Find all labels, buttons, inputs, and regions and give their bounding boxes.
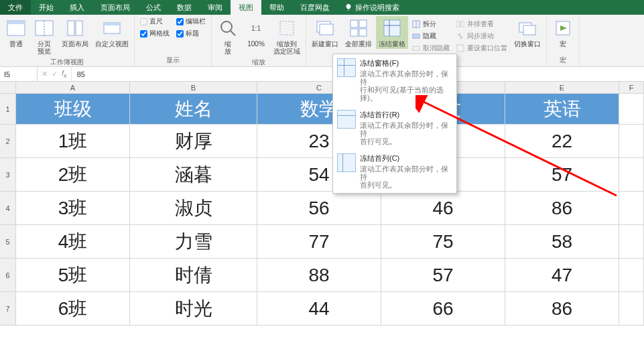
- cell[interactable]: 3班: [16, 192, 130, 224]
- header-cell[interactable]: 英语: [505, 94, 619, 124]
- lightbulb-icon: [344, 3, 352, 11]
- cell[interactable]: 4班: [16, 225, 130, 258]
- tab-view[interactable]: 视图: [231, 0, 261, 15]
- cell[interactable]: 力雪: [130, 225, 257, 258]
- cell[interactable]: 57: [381, 259, 505, 291]
- cell[interactable]: [619, 259, 644, 291]
- normal-view-button[interactable]: 普通: [3, 16, 29, 49]
- name-box[interactable]: I5: [0, 67, 38, 81]
- split-button[interactable]: 拆分: [409, 19, 452, 29]
- cell[interactable]: 77: [257, 225, 381, 258]
- tab-baidu[interactable]: 百度网盘: [292, 0, 338, 15]
- select-all-corner[interactable]: [0, 82, 16, 93]
- freeze-first-col-item[interactable]: 冻结首列(C) 滚动工作表其余部分时，保持 首列可见。: [333, 149, 456, 193]
- side-by-side-button: 并排查看: [454, 19, 510, 29]
- custom-views-button[interactable]: 自定义视图: [92, 16, 131, 49]
- cell[interactable]: [619, 94, 644, 124]
- cell[interactable]: 86: [505, 292, 619, 325]
- cell[interactable]: 75: [381, 225, 505, 258]
- cell[interactable]: 57: [505, 158, 619, 191]
- cell[interactable]: 46: [381, 192, 505, 224]
- row-header[interactable]: 2: [0, 125, 16, 157]
- row-header[interactable]: 7: [0, 292, 16, 325]
- cell[interactable]: [619, 125, 644, 157]
- cell[interactable]: 22: [505, 125, 619, 157]
- freeze-top-row-item[interactable]: 冻结首行(R) 滚动工作表其余部分时，保持 首行可见。: [333, 106, 456, 149]
- freeze-top-row-desc: 滚动工作表其余部分时，保持 首行可见。: [360, 121, 452, 145]
- svg-rect-15: [359, 20, 367, 27]
- ruler-checkbox[interactable]: 直尺: [137, 16, 172, 27]
- syncscroll-icon: [456, 32, 464, 40]
- cell[interactable]: 6班: [16, 292, 130, 325]
- tab-formula[interactable]: 公式: [138, 0, 169, 15]
- freeze-panes-button[interactable]: 冻结窗格: [376, 16, 408, 49]
- confirm-icon[interactable]: ✓: [52, 70, 58, 78]
- col-header-B[interactable]: B: [130, 82, 257, 93]
- formula-input[interactable]: 85: [72, 70, 85, 78]
- zoom-button[interactable]: 缩 放: [214, 16, 241, 56]
- zoom-100-label: 100%: [247, 40, 265, 48]
- cell[interactable]: 66: [381, 292, 505, 325]
- new-window-label: 新建窗口: [312, 40, 338, 48]
- cell[interactable]: 时倩: [130, 259, 257, 291]
- cell[interactable]: 47: [505, 259, 619, 291]
- row-header[interactable]: 4: [0, 192, 16, 224]
- cell[interactable]: 涵暮: [130, 158, 257, 191]
- unhide-label: 取消隐藏: [423, 44, 450, 53]
- hide-icon: [412, 32, 420, 40]
- tab-file[interactable]: 文件: [0, 0, 31, 15]
- tell-me-search[interactable]: 操作说明搜索: [344, 3, 399, 13]
- cell[interactable]: 44: [257, 292, 381, 325]
- row-header[interactable]: 6: [0, 259, 16, 291]
- header-cell[interactable]: 姓名: [130, 94, 257, 124]
- custom-views-icon: [101, 17, 123, 39]
- row-header[interactable]: 5: [0, 225, 16, 258]
- cell[interactable]: [619, 192, 644, 224]
- tab-data[interactable]: 数据: [169, 0, 200, 15]
- cell[interactable]: 5班: [16, 259, 130, 291]
- row-header[interactable]: 3: [0, 158, 16, 191]
- tab-page-layout[interactable]: 页面布局: [92, 0, 138, 15]
- tab-review[interactable]: 审阅: [200, 0, 231, 15]
- col-header-A[interactable]: A: [16, 82, 130, 93]
- cell[interactable]: [619, 292, 644, 325]
- split-icon: [412, 20, 420, 28]
- group-show-label: 显示: [137, 54, 208, 66]
- tab-help[interactable]: 帮助: [261, 0, 292, 15]
- page-layout-button[interactable]: 页面布局: [59, 16, 91, 49]
- header-cell[interactable]: 班级: [16, 94, 130, 124]
- formulabar-label: 编辑栏: [186, 17, 206, 26]
- zoom-selection-button[interactable]: 缩放到 选定区域: [271, 16, 303, 56]
- freeze-panes-item[interactable]: 冻结窗格(F) 滚动工作表其余部分时，保持 行和列可见(基于当前的选择)。: [333, 54, 456, 106]
- cell[interactable]: 1班: [16, 125, 130, 157]
- cell[interactable]: 86: [505, 192, 619, 224]
- cell[interactable]: 88: [257, 259, 381, 291]
- cell[interactable]: 58: [505, 225, 619, 258]
- cancel-icon[interactable]: ✕: [42, 70, 48, 78]
- cell[interactable]: [619, 158, 644, 191]
- tab-home[interactable]: 开始: [31, 0, 62, 15]
- zoom-100-button[interactable]: 1:1 100%: [243, 16, 269, 49]
- macro-button[interactable]: 宏: [550, 16, 576, 49]
- cell[interactable]: 时光: [130, 292, 257, 325]
- cell[interactable]: 淑贞: [130, 192, 257, 224]
- col-header-E[interactable]: E: [505, 82, 619, 93]
- svg-rect-27: [457, 45, 464, 52]
- gridlines-checkbox[interactable]: 网格线: [137, 28, 172, 39]
- headings-checkbox[interactable]: 标题: [174, 28, 208, 39]
- syncscroll-label: 同步滚动: [467, 31, 494, 41]
- row-header-1[interactable]: 1: [0, 94, 16, 124]
- formulabar-checkbox[interactable]: 编辑栏: [174, 16, 208, 27]
- new-window-button[interactable]: 新建窗口: [309, 16, 341, 49]
- hide-button[interactable]: 隐藏: [409, 31, 452, 42]
- cell[interactable]: [619, 225, 644, 258]
- col-header-F[interactable]: F: [619, 82, 644, 93]
- cell[interactable]: 2班: [16, 158, 130, 191]
- arrange-all-button[interactable]: 全部重排: [342, 16, 375, 49]
- cell[interactable]: 56: [257, 192, 381, 224]
- fx-icon[interactable]: fx: [62, 69, 67, 79]
- pagebreak-preview-button[interactable]: 分页 预览: [31, 16, 58, 56]
- tab-insert[interactable]: 插入: [62, 0, 92, 15]
- cell[interactable]: 财厚: [130, 125, 257, 157]
- switch-window-button[interactable]: 切换窗口: [511, 16, 543, 49]
